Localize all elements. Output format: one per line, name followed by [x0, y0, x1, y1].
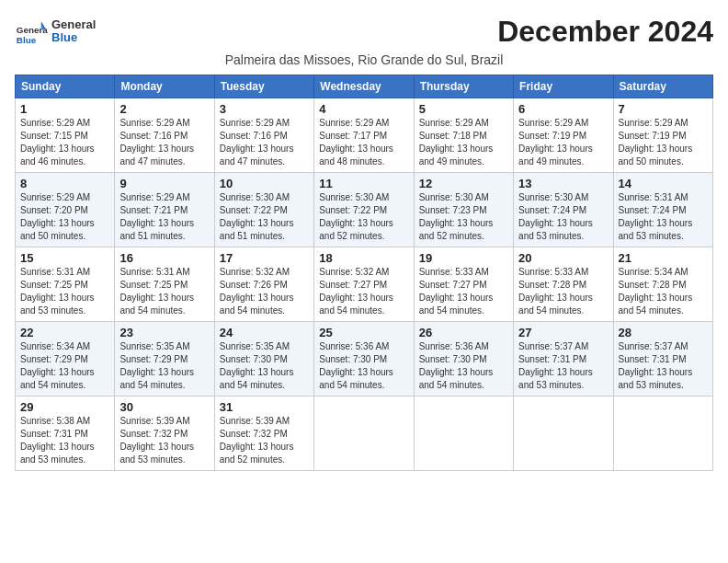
day-info: Sunrise: 5:30 AM Sunset: 7:24 PM Dayligh… [518, 191, 608, 243]
day-number: 17 [220, 251, 309, 265]
day-number: 9 [119, 177, 209, 190]
day-info: Sunrise: 5:36 AM Sunset: 7:30 PM Dayligh… [319, 340, 408, 392]
day-number: 28 [619, 326, 708, 339]
day-number: 27 [518, 326, 608, 339]
day-number: 4 [319, 102, 408, 116]
day-of-week-header: Saturday [613, 75, 712, 98]
calendar-cell: 12 Sunrise: 5:30 AM Sunset: 7:23 PM Dayl… [414, 173, 513, 247]
day-info: Sunrise: 5:30 AM Sunset: 7:22 PM Dayligh… [220, 191, 309, 243]
calendar-cell: 11 Sunrise: 5:30 AM Sunset: 7:22 PM Dayl… [314, 173, 414, 247]
calendar-cell: 2 Sunrise: 5:29 AM Sunset: 7:16 PM Dayli… [115, 98, 214, 173]
day-number: 30 [119, 400, 209, 414]
day-number: 10 [220, 177, 309, 190]
day-number: 3 [220, 102, 309, 116]
day-of-week-header: Friday [514, 75, 613, 98]
day-of-week-header: Wednesday [314, 75, 414, 98]
calendar-cell: 9 Sunrise: 5:29 AM Sunset: 7:21 PM Dayli… [115, 173, 214, 247]
calendar-cell [414, 396, 513, 471]
day-number: 8 [20, 177, 109, 190]
day-number: 11 [319, 177, 408, 190]
calendar-cell: 16 Sunrise: 5:31 AM Sunset: 7:25 PM Dayl… [115, 247, 214, 322]
day-number: 16 [119, 251, 209, 265]
page-header: General Blue General Blue December 2024 [15, 15, 713, 49]
day-number: 21 [619, 251, 708, 265]
day-info: Sunrise: 5:31 AM Sunset: 7:25 PM Dayligh… [119, 266, 209, 317]
day-info: Sunrise: 5:32 AM Sunset: 7:27 PM Dayligh… [319, 266, 408, 317]
svg-text:Blue: Blue [17, 35, 37, 45]
day-number: 15 [20, 251, 109, 265]
day-info: Sunrise: 5:29 AM Sunset: 7:18 PM Dayligh… [419, 117, 508, 168]
calendar-cell: 5 Sunrise: 5:29 AM Sunset: 7:18 PM Dayli… [414, 98, 513, 173]
calendar-cell: 8 Sunrise: 5:29 AM Sunset: 7:20 PM Dayli… [16, 173, 115, 247]
calendar-cell: 26 Sunrise: 5:36 AM Sunset: 7:30 PM Dayl… [414, 322, 513, 396]
day-number: 25 [319, 326, 408, 339]
day-info: Sunrise: 5:30 AM Sunset: 7:23 PM Dayligh… [419, 191, 508, 243]
day-number: 22 [20, 326, 109, 339]
day-number: 29 [20, 400, 109, 414]
day-info: Sunrise: 5:33 AM Sunset: 7:28 PM Dayligh… [518, 266, 608, 317]
calendar-cell: 23 Sunrise: 5:35 AM Sunset: 7:29 PM Dayl… [115, 322, 214, 396]
calendar-cell: 6 Sunrise: 5:29 AM Sunset: 7:19 PM Dayli… [514, 98, 613, 173]
day-number: 6 [518, 102, 608, 116]
day-number: 13 [518, 177, 608, 190]
calendar-cell [314, 396, 414, 471]
day-info: Sunrise: 5:39 AM Sunset: 7:32 PM Dayligh… [220, 415, 309, 466]
calendar-cell [514, 396, 613, 471]
day-info: Sunrise: 5:30 AM Sunset: 7:22 PM Dayligh… [319, 191, 408, 243]
calendar-cell: 20 Sunrise: 5:33 AM Sunset: 7:28 PM Dayl… [514, 247, 613, 322]
day-info: Sunrise: 5:39 AM Sunset: 7:32 PM Dayligh… [119, 415, 209, 466]
day-of-week-header: Tuesday [214, 75, 313, 98]
day-info: Sunrise: 5:29 AM Sunset: 7:21 PM Dayligh… [119, 191, 209, 243]
day-number: 12 [419, 177, 508, 190]
day-info: Sunrise: 5:29 AM Sunset: 7:16 PM Dayligh… [119, 117, 209, 168]
day-info: Sunrise: 5:29 AM Sunset: 7:20 PM Dayligh… [20, 191, 109, 243]
day-of-week-header: Thursday [414, 75, 513, 98]
day-info: Sunrise: 5:35 AM Sunset: 7:30 PM Dayligh… [220, 340, 309, 392]
calendar-cell: 10 Sunrise: 5:30 AM Sunset: 7:22 PM Dayl… [214, 173, 313, 247]
calendar-cell: 13 Sunrise: 5:30 AM Sunset: 7:24 PM Dayl… [514, 173, 613, 247]
calendar-cell: 25 Sunrise: 5:36 AM Sunset: 7:30 PM Dayl… [314, 322, 414, 396]
day-number: 31 [220, 400, 309, 414]
day-info: Sunrise: 5:34 AM Sunset: 7:28 PM Dayligh… [619, 266, 708, 317]
day-info: Sunrise: 5:33 AM Sunset: 7:27 PM Dayligh… [419, 266, 508, 317]
day-number: 20 [518, 251, 608, 265]
calendar-cell: 3 Sunrise: 5:29 AM Sunset: 7:16 PM Dayli… [214, 98, 313, 173]
calendar-cell: 7 Sunrise: 5:29 AM Sunset: 7:19 PM Dayli… [613, 98, 712, 173]
day-info: Sunrise: 5:38 AM Sunset: 7:31 PM Dayligh… [20, 415, 109, 466]
calendar-cell: 1 Sunrise: 5:29 AM Sunset: 7:15 PM Dayli… [16, 98, 115, 173]
logo-blue: Blue [51, 31, 96, 44]
day-info: Sunrise: 5:31 AM Sunset: 7:24 PM Dayligh… [619, 191, 708, 243]
calendar-cell: 22 Sunrise: 5:34 AM Sunset: 7:29 PM Dayl… [16, 322, 115, 396]
calendar-cell: 28 Sunrise: 5:37 AM Sunset: 7:31 PM Dayl… [613, 322, 712, 396]
calendar-cell: 29 Sunrise: 5:38 AM Sunset: 7:31 PM Dayl… [16, 396, 115, 471]
day-number: 23 [119, 326, 209, 339]
day-number: 18 [319, 251, 408, 265]
month-title: December 2024 [497, 15, 713, 49]
calendar-cell: 24 Sunrise: 5:35 AM Sunset: 7:30 PM Dayl… [214, 322, 313, 396]
calendar-cell: 27 Sunrise: 5:37 AM Sunset: 7:31 PM Dayl… [514, 322, 613, 396]
day-number: 5 [419, 102, 508, 116]
calendar-cell: 30 Sunrise: 5:39 AM Sunset: 7:32 PM Dayl… [115, 396, 214, 471]
day-info: Sunrise: 5:29 AM Sunset: 7:16 PM Dayligh… [220, 117, 309, 168]
day-info: Sunrise: 5:37 AM Sunset: 7:31 PM Dayligh… [518, 340, 608, 392]
calendar-cell: 31 Sunrise: 5:39 AM Sunset: 7:32 PM Dayl… [214, 396, 313, 471]
day-number: 2 [119, 102, 209, 116]
logo-icon: General Blue [15, 15, 48, 48]
day-info: Sunrise: 5:34 AM Sunset: 7:29 PM Dayligh… [20, 340, 109, 392]
day-info: Sunrise: 5:32 AM Sunset: 7:26 PM Dayligh… [220, 266, 309, 317]
calendar-cell [613, 396, 712, 471]
calendar-cell: 14 Sunrise: 5:31 AM Sunset: 7:24 PM Dayl… [613, 173, 712, 247]
calendar-cell: 15 Sunrise: 5:31 AM Sunset: 7:25 PM Dayl… [16, 247, 115, 322]
day-number: 1 [20, 102, 109, 116]
day-number: 14 [619, 177, 708, 190]
day-of-week-header: Sunday [16, 75, 115, 98]
day-of-week-header: Monday [115, 75, 214, 98]
calendar-cell: 21 Sunrise: 5:34 AM Sunset: 7:28 PM Dayl… [613, 247, 712, 322]
calendar-header-row: SundayMondayTuesdayWednesdayThursdayFrid… [16, 75, 713, 98]
day-info: Sunrise: 5:37 AM Sunset: 7:31 PM Dayligh… [619, 340, 708, 392]
location-title: Palmeira das Missoes, Rio Grande do Sul,… [15, 52, 713, 67]
day-number: 19 [419, 251, 508, 265]
calendar-cell: 18 Sunrise: 5:32 AM Sunset: 7:27 PM Dayl… [314, 247, 414, 322]
logo: General Blue General Blue [15, 15, 96, 48]
day-number: 24 [220, 326, 309, 339]
